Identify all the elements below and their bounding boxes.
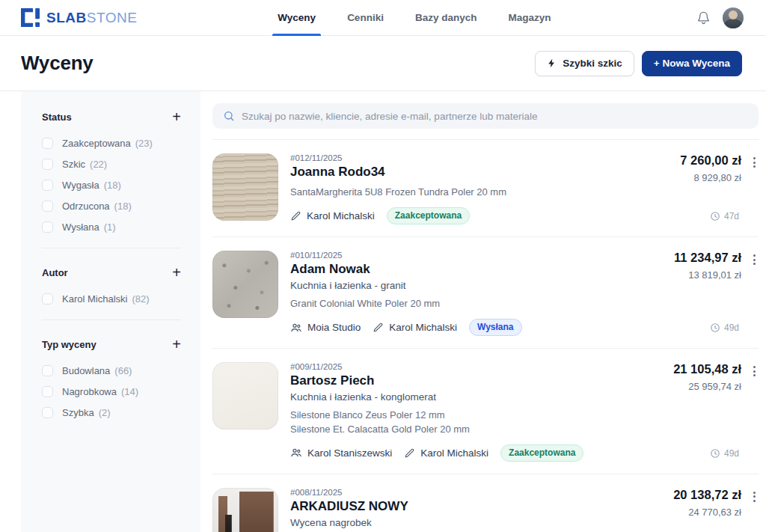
- kebab-menu-icon[interactable]: [750, 253, 759, 266]
- quote-thumbnail: [212, 251, 278, 318]
- quote-meta-row: Karol Staniszewski Karol Michalski Zaakc…: [290, 444, 661, 462]
- quote-materials: Granit Colonial White Poler 20 mm: [290, 297, 662, 311]
- brand-logo-icon: [21, 8, 40, 27]
- filter-option-wysłana[interactable]: Wysłana (1): [42, 221, 181, 233]
- quote-row[interactable]: #012/11/2025 Joanna Rodo34 SantaMargheri…: [212, 140, 759, 237]
- filter-checkbox[interactable]: [42, 407, 53, 418]
- filter-option-label: Zaakceptowana: [62, 138, 131, 149]
- filter-checkbox[interactable]: [42, 365, 53, 376]
- price-gross: 13 819,01 zł: [674, 269, 741, 281]
- quote-client-name: ARKADIUSZ NOWY: [290, 499, 661, 514]
- quote-author: Karol Michalski: [404, 447, 488, 459]
- nav-item-cenniki[interactable]: Cenniki: [347, 0, 384, 36]
- quote-subtitle: Kuchnia i łazienka - konglomerat: [290, 391, 661, 403]
- quote-row[interactable]: #010/11/2025 Adam Nowak Kuchnia i łazien…: [212, 237, 759, 349]
- filter-option-szybka[interactable]: Szybka (2): [42, 407, 181, 418]
- quick-draft-button[interactable]: Szybki szkic: [535, 51, 634, 76]
- filter-option-karol-michalski[interactable]: Karol Michalski (82): [42, 293, 181, 305]
- expiry-days: 49d: [710, 322, 739, 336]
- new-quote-button[interactable]: + Nowa Wycena: [642, 51, 742, 76]
- filter-option-szkic[interactable]: Szkic (22): [42, 159, 181, 170]
- kebab-menu-icon[interactable]: [750, 364, 759, 378]
- filter-checkbox[interactable]: [42, 138, 53, 149]
- filter-option-count: (1): [104, 221, 116, 233]
- quote-meta-row: Karol Michalski Zaakceptowana: [290, 207, 668, 224]
- filter-option-label: Wygasła: [62, 180, 99, 191]
- filter-option-label: Wysłana: [62, 221, 99, 233]
- quote-id: #010/11/2025: [290, 251, 662, 260]
- quote-details: #012/11/2025 Joanna Rodo34 SantaMargheri…: [290, 153, 668, 224]
- filter-option-count: (66): [114, 365, 132, 376]
- filter-checkbox[interactable]: [42, 386, 53, 397]
- nav-item-wyceny[interactable]: Wyceny: [278, 0, 316, 36]
- price-net: 7 260,00 zł: [680, 153, 741, 168]
- filter-checkbox[interactable]: [42, 180, 53, 191]
- quote-meta-row: Moia Studio Karol Michalski Wysłana: [290, 319, 662, 336]
- quote-client-name: Joanna Rodo34: [290, 165, 668, 180]
- lightning-icon: [547, 58, 557, 68]
- brand-logo[interactable]: SLABSTONE: [21, 8, 137, 27]
- author-name: Karol Michalski: [307, 210, 375, 221]
- expand-filter-plus-icon[interactable]: +: [172, 109, 181, 124]
- quote-pricing: 20 138,72 zł 24 770,63 zł 53d: [673, 488, 759, 532]
- filter-section-autor: Autor + Karol Michalski (82): [42, 248, 181, 305]
- filter-section-typ-wyceny: Typ wyceny + Budowlana (66) Nagrobkowa (…: [42, 319, 181, 418]
- quote-author: Karol Michalski: [290, 210, 375, 221]
- filter-option-label: Budowlana: [62, 365, 110, 376]
- expand-filter-plus-icon[interactable]: +: [172, 337, 181, 352]
- user-avatar[interactable]: [723, 7, 744, 28]
- brand-name: SLABSTONE: [46, 10, 137, 26]
- filter-option-nagrobkowa[interactable]: Nagrobkowa (14): [42, 386, 181, 397]
- quote-materials: Silestone Blanco Zeus Poler 12 mmSilesto…: [290, 409, 661, 435]
- quote-row[interactable]: #009/11/2025 Bartosz Piech Kuchnia i łaz…: [212, 349, 759, 474]
- filter-section-header: Typ wyceny +: [42, 337, 181, 352]
- filter-option-label: Szybka: [62, 407, 94, 418]
- clock-icon: [710, 211, 720, 221]
- kebab-menu-icon[interactable]: [750, 490, 759, 504]
- partner-name: Karol Staniszewski: [307, 447, 392, 459]
- quote-pricing: 21 105,48 zł 25 959,74 zł 49d: [673, 362, 759, 461]
- filter-option-odrzucona[interactable]: Odrzucona (18): [42, 201, 181, 212]
- filter-section-header: Status +: [42, 109, 181, 124]
- nav-item-magazyn[interactable]: Magazyn: [508, 0, 551, 36]
- quote-row[interactable]: #008/11/2025 ARKADIUSZ NOWY Wycena nagro…: [212, 474, 759, 532]
- filter-options: Budowlana (66) Nagrobkowa (14) Szybka (2…: [42, 365, 181, 418]
- clock-icon: [710, 448, 720, 459]
- filter-option-count: (82): [132, 293, 149, 305]
- filter-checkbox[interactable]: [42, 221, 53, 233]
- author-name: Karol Michalski: [389, 322, 457, 333]
- filter-option-wygasła[interactable]: Wygasła (18): [42, 180, 181, 191]
- filter-options: Karol Michalski (82): [42, 293, 181, 305]
- quote-id: #008/11/2025: [290, 488, 661, 497]
- nav-item-bazy-danych[interactable]: Bazy danych: [415, 0, 477, 36]
- filter-checkbox[interactable]: [42, 159, 53, 170]
- expand-filter-plus-icon[interactable]: +: [172, 265, 181, 280]
- status-badge: Zaakceptowana: [500, 444, 583, 462]
- price-gross: 25 959,74 zł: [673, 381, 741, 392]
- quote-partner: Moia Studio: [290, 322, 361, 334]
- quote-thumbnail: [212, 488, 278, 532]
- filter-option-budowlana[interactable]: Budowlana (66): [42, 365, 181, 376]
- filter-checkbox[interactable]: [42, 293, 53, 305]
- quote-client-name: Bartosz Piech: [290, 373, 661, 388]
- notifications-bell-icon[interactable]: [696, 10, 711, 25]
- material-line: SantaMargherita 5U8 Frozen Tundra Poler …: [290, 186, 668, 199]
- expiry-days: 49d: [710, 448, 739, 462]
- quote-list: #012/11/2025 Joanna Rodo34 SantaMargheri…: [212, 140, 759, 532]
- search-bar[interactable]: [212, 103, 759, 129]
- material-line: Silestone Et. Calacatta Gold Poler 20 mm: [290, 423, 661, 436]
- price-gross: 24 770,63 zł: [673, 507, 741, 518]
- kebab-menu-icon[interactable]: [750, 156, 759, 169]
- filter-option-zaakceptowana[interactable]: Zaakceptowana (23): [42, 138, 181, 149]
- search-input[interactable]: [242, 111, 748, 122]
- content-area: Status + Zaakceptowana (23) Szkic (22) W…: [0, 91, 766, 532]
- filter-checkbox[interactable]: [42, 201, 53, 212]
- quote-details: #009/11/2025 Bartosz Piech Kuchnia i łaz…: [290, 362, 661, 461]
- pencil-icon: [404, 447, 415, 459]
- quote-details: #010/11/2025 Adam Nowak Kuchnia i łazien…: [290, 251, 662, 336]
- price-gross: 8 929,80 zł: [680, 172, 741, 183]
- filter-option-count: (23): [135, 138, 153, 149]
- pencil-icon: [373, 322, 384, 333]
- filter-option-label: Karol Michalski: [62, 293, 127, 305]
- quote-pricing: 11 234,97 zł 13 819,01 zł 49d: [674, 251, 759, 336]
